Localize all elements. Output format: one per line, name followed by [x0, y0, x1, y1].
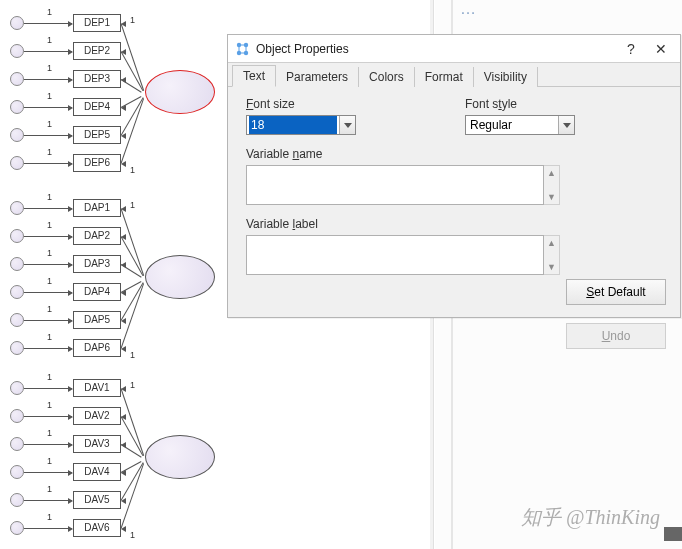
path-arrow: [24, 292, 72, 293]
error-term[interactable]: [10, 100, 24, 114]
scrollbar[interactable]: ▲▼: [544, 165, 560, 205]
font-style-value[interactable]: Regular: [468, 116, 556, 134]
path-weight: 1: [130, 350, 135, 360]
observed-variable[interactable]: DAV6: [73, 519, 121, 537]
indicator-row: 1DAP2: [10, 223, 220, 251]
tab-format[interactable]: Format: [415, 67, 474, 87]
path-weight: 1: [47, 512, 52, 522]
observed-variable[interactable]: DEP6: [73, 154, 121, 172]
path-weight: 1: [47, 91, 52, 101]
font-size-value[interactable]: 18: [249, 116, 337, 134]
tab-parameters[interactable]: Parameters: [276, 67, 359, 87]
observed-variable[interactable]: DAV4: [73, 463, 121, 481]
tab-bar: Text Parameters Colors Format Visibility: [228, 63, 680, 87]
set-default-button[interactable]: Set Default: [566, 279, 666, 305]
error-term[interactable]: [10, 521, 24, 535]
observed-variable[interactable]: DAV2: [73, 407, 121, 425]
path-weight: 1: [47, 372, 52, 382]
observed-variable[interactable]: DAP5: [73, 311, 121, 329]
error-term[interactable]: [10, 381, 24, 395]
observed-variable[interactable]: DEP3: [73, 70, 121, 88]
tab-text[interactable]: Text: [232, 65, 276, 87]
error-term[interactable]: [10, 156, 24, 170]
path-arrow: [24, 500, 72, 501]
observed-variable[interactable]: DAP3: [73, 255, 121, 273]
path-arrow: [24, 444, 72, 445]
path-weight: 1: [47, 304, 52, 314]
indicator-row: 1DEP5: [10, 122, 220, 150]
observed-variable[interactable]: DEP5: [73, 126, 121, 144]
path-weight: 1: [47, 400, 52, 410]
error-term[interactable]: [10, 341, 24, 355]
arrowhead-icon: [121, 105, 126, 111]
arrowhead-icon: [121, 49, 126, 55]
indicator-row: 1DAV2: [10, 403, 220, 431]
observed-variable[interactable]: DEP4: [73, 98, 121, 116]
latent-variable[interactable]: [145, 70, 215, 114]
observed-variable[interactable]: DAP6: [73, 339, 121, 357]
observed-variable[interactable]: DAV5: [73, 491, 121, 509]
error-term[interactable]: [10, 72, 24, 86]
error-term[interactable]: [10, 128, 24, 142]
path-weight: 1: [47, 332, 52, 342]
path-arrow: [24, 348, 72, 349]
arrowhead-icon: [121, 414, 126, 420]
indicator-group: 1DAP11DAP21DAP31DAP41DAP51DAP611: [10, 195, 220, 363]
path-arrow: [24, 107, 72, 108]
indicator-row: 1DAP5: [10, 307, 220, 335]
indicator-row: 1DAP6: [10, 335, 220, 363]
arrowhead-icon: [121, 290, 126, 296]
arrowhead-icon: [121, 470, 126, 476]
error-term[interactable]: [10, 313, 24, 327]
observed-variable[interactable]: DAV1: [73, 379, 121, 397]
indicator-row: 1DAV6: [10, 515, 220, 543]
path-arrow: [24, 528, 72, 529]
error-term[interactable]: [10, 201, 24, 215]
help-button[interactable]: ?: [616, 39, 646, 59]
close-button[interactable]: ✕: [646, 39, 676, 59]
path-weight: 1: [130, 15, 135, 25]
error-term[interactable]: [10, 437, 24, 451]
tab-colors[interactable]: Colors: [359, 67, 415, 87]
error-term[interactable]: [10, 44, 24, 58]
observed-variable[interactable]: DAV3: [73, 435, 121, 453]
arrowhead-icon: [121, 21, 126, 27]
observed-variable[interactable]: DEP2: [73, 42, 121, 60]
arrowhead-icon: [121, 526, 126, 532]
observed-variable[interactable]: DAP2: [73, 227, 121, 245]
indicator-row: 1DEP1: [10, 10, 220, 38]
error-term[interactable]: [10, 493, 24, 507]
path-weight: 1: [130, 380, 135, 390]
variable-name-input[interactable]: [246, 165, 544, 205]
path-arrow: [24, 208, 72, 209]
error-term[interactable]: [10, 409, 24, 423]
error-term[interactable]: [10, 285, 24, 299]
observed-variable[interactable]: DAP1: [73, 199, 121, 217]
path-weight: 1: [47, 428, 52, 438]
tab-visibility[interactable]: Visibility: [474, 67, 538, 87]
path-arrow: [24, 79, 72, 80]
chevron-down-icon[interactable]: [339, 116, 355, 134]
latent-variable[interactable]: [145, 435, 215, 479]
arrowhead-icon: [121, 386, 126, 392]
font-size-combo[interactable]: 18: [246, 115, 356, 135]
error-term[interactable]: [10, 257, 24, 271]
error-term[interactable]: [10, 16, 24, 30]
variable-label-input[interactable]: [246, 235, 544, 275]
path-weight: 1: [130, 530, 135, 540]
observed-variable[interactable]: DEP1: [73, 14, 121, 32]
scrollbar[interactable]: ▲▼: [544, 235, 560, 275]
indicator-row: 1DEP2: [10, 38, 220, 66]
arrowhead-icon: [121, 161, 126, 167]
error-term[interactable]: [10, 229, 24, 243]
arrowhead-icon: [121, 318, 126, 324]
chevron-down-icon[interactable]: [558, 116, 574, 134]
latent-variable[interactable]: [145, 255, 215, 299]
font-style-combo[interactable]: Regular: [465, 115, 575, 135]
arrowhead-icon: [121, 498, 126, 504]
path-weight: 1: [47, 63, 52, 73]
error-term[interactable]: [10, 465, 24, 479]
observed-variable[interactable]: DAP4: [73, 283, 121, 301]
dialog-titlebar[interactable]: Object Properties ? ✕: [228, 35, 680, 63]
path-weight: 1: [47, 456, 52, 466]
